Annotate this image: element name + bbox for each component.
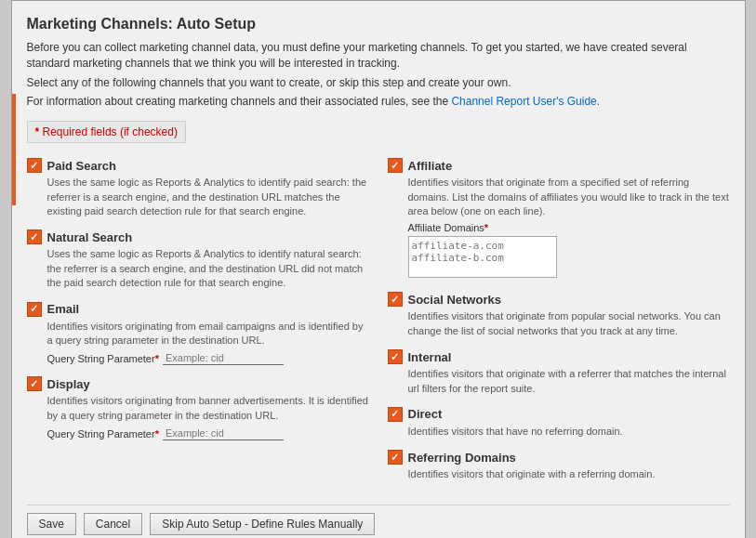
- intro-text-3: For information about creating marketing…: [27, 94, 730, 110]
- display-desc: Identifies visitors originating from ban…: [47, 394, 369, 423]
- main-window: Marketing Channels: Auto Setup Before yo…: [11, 0, 746, 538]
- social-networks-header: Social Networks: [388, 292, 730, 307]
- internal-checkbox[interactable]: [388, 349, 403, 364]
- social-networks-checkbox[interactable]: [388, 292, 403, 307]
- display-checkbox[interactable]: [27, 376, 42, 391]
- channel-natural-search: Natural Search Uses the same logic as Re…: [27, 230, 369, 290]
- intro-text-1: Before you can collect marketing channel…: [27, 40, 730, 72]
- direct-desc: Identifies visitors that have no referri…: [408, 425, 730, 439]
- affiliate-domains-textarea[interactable]: [408, 236, 557, 278]
- affiliate-domains-label: Affiliate Domains*: [408, 222, 489, 233]
- natural-search-title: Natural Search: [47, 230, 133, 244]
- affiliate-desc: Identifies visitors that originate from …: [408, 176, 730, 218]
- email-field-label: Query String Parameter*: [47, 353, 159, 364]
- natural-search-header: Natural Search: [27, 230, 369, 244]
- natural-search-desc: Uses the same logic as Reports & Analyti…: [47, 247, 369, 290]
- internal-desc: Identifies visitors that originate with …: [408, 367, 730, 396]
- channel-affiliate: Affiliate Identifies visitors that origi…: [388, 158, 730, 281]
- email-desc: Identifies visitors originating from ema…: [47, 320, 369, 348]
- referring-domains-desc: Identifies visitors that originate with …: [408, 467, 730, 481]
- left-column: Paid Search Uses the same logic as Repor…: [27, 158, 369, 493]
- footer-buttons: Save Cancel Skip Auto Setup - Define Rul…: [27, 505, 730, 535]
- referring-domains-checkbox[interactable]: [388, 450, 403, 465]
- channel-referring-domains: Referring Domains Identifies visitors th…: [388, 450, 730, 481]
- display-header: Display: [27, 376, 369, 391]
- display-query-param-input[interactable]: [163, 426, 284, 440]
- save-button[interactable]: Save: [27, 513, 76, 535]
- skip-button[interactable]: Skip Auto Setup - Define Rules Manually: [150, 513, 375, 535]
- internal-title: Internal: [408, 350, 452, 364]
- channel-paid-search: Paid Search Uses the same logic as Repor…: [27, 158, 369, 218]
- channel-social-networks: Social Networks Identifies visitors that…: [388, 292, 730, 338]
- channel-guide-link[interactable]: Channel Report User's Guide.: [451, 95, 600, 108]
- channels-columns: Paid Search Uses the same logic as Repor…: [27, 158, 730, 493]
- social-networks-desc: Identifies visitors that originate from …: [408, 309, 730, 338]
- email-header: Email: [27, 302, 369, 317]
- display-field-label: Query String Parameter*: [47, 428, 159, 440]
- paid-search-title: Paid Search: [47, 159, 116, 173]
- right-column: Affiliate Identifies visitors that origi…: [388, 158, 730, 493]
- email-query-param-input[interactable]: [163, 351, 284, 365]
- intro-text-2: Select any of the following channels tha…: [27, 75, 730, 91]
- referring-domains-header: Referring Domains: [388, 450, 730, 465]
- channel-internal: Internal Identifies visitors that origin…: [388, 349, 730, 396]
- channel-email: Email Identifies visitors originating fr…: [27, 302, 369, 366]
- display-title: Display: [47, 377, 90, 391]
- page-title: Marketing Channels: Auto Setup: [27, 16, 730, 33]
- referring-domains-title: Referring Domains: [408, 451, 516, 465]
- natural-search-checkbox[interactable]: [27, 230, 42, 244]
- direct-checkbox[interactable]: [388, 407, 403, 422]
- direct-header: Direct: [388, 407, 730, 422]
- affiliate-checkbox[interactable]: [388, 158, 403, 173]
- direct-title: Direct: [408, 407, 443, 421]
- paid-search-desc: Uses the same logic as Reports & Analyti…: [47, 176, 369, 218]
- internal-header: Internal: [388, 349, 730, 364]
- required-fields-label: * Required fields (if checked): [27, 121, 186, 143]
- affiliate-field-row: Affiliate Domains*: [408, 222, 730, 233]
- email-checkbox[interactable]: [27, 302, 42, 317]
- left-accent: [12, 94, 16, 205]
- paid-search-checkbox[interactable]: [27, 158, 42, 173]
- display-field-row: Query String Parameter*: [47, 426, 369, 440]
- channel-display: Display Identifies visitors originating …: [27, 376, 369, 440]
- email-field-row: Query String Parameter*: [47, 351, 369, 365]
- email-title: Email: [47, 302, 80, 316]
- cancel-button[interactable]: Cancel: [84, 513, 142, 535]
- social-networks-title: Social Networks: [408, 293, 501, 307]
- paid-search-header: Paid Search: [27, 158, 369, 173]
- channel-direct: Direct Identifies visitors that have no …: [388, 407, 730, 439]
- affiliate-title: Affiliate: [408, 159, 453, 173]
- affiliate-header: Affiliate: [388, 158, 730, 173]
